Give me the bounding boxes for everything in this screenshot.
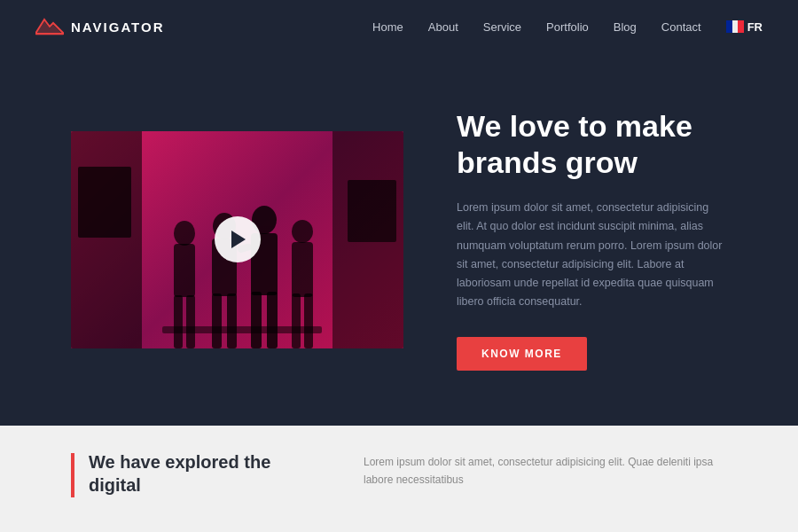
nav-item-service[interactable]: Service bbox=[483, 20, 521, 34]
hero-content: We love to make brands grow Lorem ipsum … bbox=[457, 108, 727, 370]
hero-title: We love to make brands grow bbox=[457, 108, 727, 181]
svg-point-18 bbox=[292, 220, 313, 243]
svg-rect-7 bbox=[174, 295, 183, 348]
svg-point-5 bbox=[174, 221, 195, 246]
svg-rect-2 bbox=[726, 20, 732, 33]
panel-left bbox=[71, 131, 142, 348]
nav-item-blog[interactable]: Blog bbox=[614, 20, 637, 34]
svg-rect-20 bbox=[292, 293, 301, 348]
svg-rect-11 bbox=[212, 293, 222, 348]
nav: Home About Service Portfolio Blog Contac… bbox=[372, 20, 763, 34]
logo-icon bbox=[35, 16, 64, 37]
bottom-description: Lorem ipsum dolor sit amet, consectetur … bbox=[364, 450, 727, 489]
header: NAVIGATOR Home About Service Portfolio B… bbox=[0, 0, 798, 53]
nav-item-contact[interactable]: Contact bbox=[661, 20, 701, 34]
flag-icon bbox=[726, 20, 744, 33]
svg-rect-16 bbox=[267, 292, 278, 348]
language-selector[interactable]: FR bbox=[726, 20, 763, 34]
know-more-button[interactable]: KNOW MORE bbox=[457, 337, 587, 371]
svg-rect-6 bbox=[174, 244, 195, 297]
people-silhouette bbox=[136, 189, 340, 348]
language-label: FR bbox=[747, 20, 763, 34]
bottom-section: We have explored the digital Lorem ipsum… bbox=[0, 426, 798, 532]
svg-rect-3 bbox=[732, 20, 738, 33]
accent-line bbox=[71, 453, 74, 497]
hero-description: Lorem ipsum dolor sit amet, consectetur … bbox=[457, 199, 727, 312]
svg-rect-12 bbox=[227, 293, 237, 348]
svg-rect-8 bbox=[186, 295, 195, 348]
svg-rect-4 bbox=[738, 20, 744, 33]
svg-rect-21 bbox=[304, 293, 313, 348]
bottom-title: We have explored the digital bbox=[89, 450, 319, 497]
play-icon bbox=[231, 231, 246, 248]
hero-video bbox=[71, 131, 403, 348]
svg-rect-19 bbox=[292, 242, 313, 297]
nav-item-portfolio[interactable]: Portfolio bbox=[546, 20, 589, 34]
monitor-left bbox=[78, 167, 131, 238]
monitor-right bbox=[348, 180, 396, 242]
svg-rect-22 bbox=[162, 326, 322, 333]
nav-item-about[interactable]: About bbox=[428, 20, 458, 34]
hero-section: We love to make brands grow Lorem ipsum … bbox=[0, 53, 798, 426]
bottom-left-content: We have explored the digital bbox=[71, 450, 319, 497]
logo[interactable]: NAVIGATOR bbox=[35, 16, 165, 37]
svg-rect-15 bbox=[251, 292, 262, 348]
nav-item-home[interactable]: Home bbox=[372, 20, 403, 34]
play-button[interactable] bbox=[215, 216, 261, 262]
logo-text: NAVIGATOR bbox=[71, 20, 165, 35]
